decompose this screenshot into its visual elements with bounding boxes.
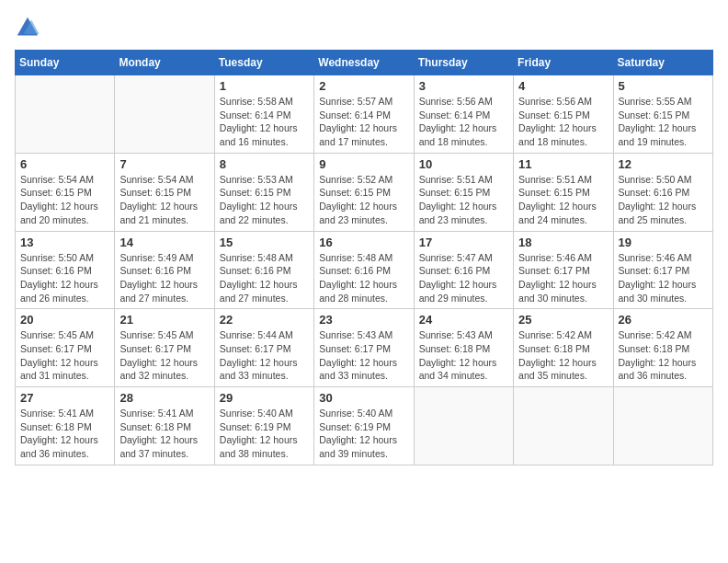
day-number: 4 <box>518 79 608 93</box>
calendar-cell: 6Sunrise: 5:54 AMSunset: 6:15 PMDaylight… <box>16 153 115 231</box>
logo <box>15 15 44 40</box>
day-info: Sunrise: 5:53 AMSunset: 6:15 PMDaylight:… <box>220 173 309 227</box>
calendar-cell: 11Sunrise: 5:51 AMSunset: 6:15 PMDayligh… <box>514 153 613 231</box>
calendar-cell: 12Sunrise: 5:50 AMSunset: 6:16 PMDayligh… <box>613 153 712 231</box>
day-number: 15 <box>220 236 309 249</box>
day-info: Sunrise: 5:42 AMSunset: 6:18 PMDaylight:… <box>518 328 608 383</box>
day-number: 5 <box>619 79 708 93</box>
day-info: Sunrise: 5:46 AMSunset: 6:17 PMDaylight:… <box>619 251 708 305</box>
calendar-cell: 8Sunrise: 5:53 AMSunset: 6:15 PMDaylight… <box>214 153 313 231</box>
calendar-cell <box>414 387 513 465</box>
calendar-cell <box>16 75 115 154</box>
day-info: Sunrise: 5:56 AMSunset: 6:15 PMDaylight:… <box>518 95 608 149</box>
calendar-header-row: SundayMondayTuesdayWednesdayThursdayFrid… <box>16 51 713 75</box>
calendar-cell: 13Sunrise: 5:50 AMSunset: 6:16 PMDayligh… <box>16 231 115 309</box>
calendar-cell: 14Sunrise: 5:49 AMSunset: 6:16 PMDayligh… <box>115 231 214 309</box>
day-number: 11 <box>518 157 608 171</box>
weekday-header-friday: Friday <box>514 51 613 75</box>
day-number: 16 <box>319 236 408 249</box>
calendar-cell <box>115 75 214 154</box>
weekday-header-tuesday: Tuesday <box>214 51 313 75</box>
calendar-cell: 10Sunrise: 5:51 AMSunset: 6:15 PMDayligh… <box>414 153 513 231</box>
day-number: 14 <box>119 236 209 249</box>
calendar-week-row: 1Sunrise: 5:58 AMSunset: 6:14 PMDaylight… <box>16 75 713 154</box>
weekday-header-monday: Monday <box>115 51 214 75</box>
day-number: 2 <box>319 79 408 93</box>
weekday-header-sunday: Sunday <box>16 51 115 75</box>
calendar-cell: 4Sunrise: 5:56 AMSunset: 6:15 PMDaylight… <box>514 75 613 154</box>
day-info: Sunrise: 5:50 AMSunset: 6:16 PMDaylight:… <box>619 173 708 227</box>
day-info: Sunrise: 5:45 AMSunset: 6:17 PMDaylight:… <box>20 328 109 383</box>
day-info: Sunrise: 5:54 AMSunset: 6:15 PMDaylight:… <box>20 173 109 227</box>
calendar-cell: 28Sunrise: 5:41 AMSunset: 6:18 PMDayligh… <box>115 387 214 465</box>
header <box>15 15 713 40</box>
day-info: Sunrise: 5:58 AMSunset: 6:14 PMDaylight:… <box>220 95 309 149</box>
day-number: 22 <box>220 313 309 327</box>
day-number: 3 <box>419 79 508 93</box>
day-info: Sunrise: 5:44 AMSunset: 6:17 PMDaylight:… <box>220 328 309 383</box>
day-number: 9 <box>319 157 408 171</box>
day-number: 8 <box>220 157 309 171</box>
day-number: 18 <box>518 236 608 249</box>
calendar-cell: 27Sunrise: 5:41 AMSunset: 6:18 PMDayligh… <box>16 387 115 465</box>
calendar-cell: 17Sunrise: 5:47 AMSunset: 6:16 PMDayligh… <box>414 231 513 309</box>
calendar-cell: 3Sunrise: 5:56 AMSunset: 6:14 PMDaylight… <box>414 75 513 154</box>
day-info: Sunrise: 5:41 AMSunset: 6:18 PMDaylight:… <box>20 407 109 461</box>
calendar-cell <box>613 387 712 465</box>
day-info: Sunrise: 5:52 AMSunset: 6:15 PMDaylight:… <box>319 173 408 227</box>
day-number: 23 <box>319 313 408 327</box>
calendar-cell: 16Sunrise: 5:48 AMSunset: 6:16 PMDayligh… <box>314 231 414 309</box>
day-info: Sunrise: 5:46 AMSunset: 6:17 PMDaylight:… <box>518 251 608 305</box>
day-number: 27 <box>20 391 109 405</box>
day-info: Sunrise: 5:49 AMSunset: 6:16 PMDaylight:… <box>119 251 209 305</box>
day-number: 26 <box>619 313 708 327</box>
calendar-cell: 7Sunrise: 5:54 AMSunset: 6:15 PMDaylight… <box>115 153 214 231</box>
day-info: Sunrise: 5:47 AMSunset: 6:16 PMDaylight:… <box>419 251 508 305</box>
calendar-cell: 24Sunrise: 5:43 AMSunset: 6:18 PMDayligh… <box>414 309 513 387</box>
day-number: 28 <box>119 391 209 405</box>
day-number: 21 <box>119 313 209 327</box>
calendar-cell: 26Sunrise: 5:42 AMSunset: 6:18 PMDayligh… <box>613 309 712 387</box>
day-number: 6 <box>20 157 109 171</box>
day-info: Sunrise: 5:41 AMSunset: 6:18 PMDaylight:… <box>119 407 209 461</box>
day-info: Sunrise: 5:51 AMSunset: 6:15 PMDaylight:… <box>419 173 508 227</box>
day-info: Sunrise: 5:51 AMSunset: 6:15 PMDaylight:… <box>518 173 608 227</box>
calendar-cell: 29Sunrise: 5:40 AMSunset: 6:19 PMDayligh… <box>214 387 313 465</box>
day-info: Sunrise: 5:56 AMSunset: 6:14 PMDaylight:… <box>419 95 508 149</box>
calendar-cell: 19Sunrise: 5:46 AMSunset: 6:17 PMDayligh… <box>613 231 712 309</box>
day-info: Sunrise: 5:48 AMSunset: 6:16 PMDaylight:… <box>319 251 408 305</box>
day-number: 12 <box>619 157 708 171</box>
logo-icon <box>15 15 40 40</box>
calendar-cell: 18Sunrise: 5:46 AMSunset: 6:17 PMDayligh… <box>514 231 613 309</box>
calendar-cell: 23Sunrise: 5:43 AMSunset: 6:17 PMDayligh… <box>314 309 414 387</box>
calendar-week-row: 27Sunrise: 5:41 AMSunset: 6:18 PMDayligh… <box>16 387 713 465</box>
day-number: 30 <box>319 391 408 405</box>
calendar-cell: 15Sunrise: 5:48 AMSunset: 6:16 PMDayligh… <box>214 231 313 309</box>
day-info: Sunrise: 5:45 AMSunset: 6:17 PMDaylight:… <box>119 328 209 383</box>
calendar-cell <box>514 387 613 465</box>
calendar-cell: 1Sunrise: 5:58 AMSunset: 6:14 PMDaylight… <box>214 75 313 154</box>
calendar-cell: 9Sunrise: 5:52 AMSunset: 6:15 PMDaylight… <box>314 153 414 231</box>
weekday-header-saturday: Saturday <box>613 51 712 75</box>
calendar-cell: 2Sunrise: 5:57 AMSunset: 6:14 PMDaylight… <box>314 75 414 154</box>
day-info: Sunrise: 5:57 AMSunset: 6:14 PMDaylight:… <box>319 95 408 149</box>
calendar-week-row: 13Sunrise: 5:50 AMSunset: 6:16 PMDayligh… <box>16 231 713 309</box>
day-info: Sunrise: 5:55 AMSunset: 6:15 PMDaylight:… <box>619 95 708 149</box>
calendar-week-row: 6Sunrise: 5:54 AMSunset: 6:15 PMDaylight… <box>16 153 713 231</box>
day-number: 1 <box>220 79 309 93</box>
day-info: Sunrise: 5:42 AMSunset: 6:18 PMDaylight:… <box>619 328 708 383</box>
day-info: Sunrise: 5:54 AMSunset: 6:15 PMDaylight:… <box>119 173 209 227</box>
day-info: Sunrise: 5:40 AMSunset: 6:19 PMDaylight:… <box>319 407 408 461</box>
weekday-header-wednesday: Wednesday <box>314 51 414 75</box>
day-number: 10 <box>419 157 508 171</box>
day-number: 29 <box>220 391 309 405</box>
day-number: 19 <box>619 236 708 249</box>
calendar-cell: 30Sunrise: 5:40 AMSunset: 6:19 PMDayligh… <box>314 387 414 465</box>
day-info: Sunrise: 5:43 AMSunset: 6:17 PMDaylight:… <box>319 328 408 383</box>
day-number: 13 <box>20 236 109 249</box>
day-number: 20 <box>20 313 109 327</box>
day-info: Sunrise: 5:50 AMSunset: 6:16 PMDaylight:… <box>20 251 109 305</box>
day-number: 24 <box>419 313 508 327</box>
calendar-cell: 22Sunrise: 5:44 AMSunset: 6:17 PMDayligh… <box>214 309 313 387</box>
calendar-cell: 21Sunrise: 5:45 AMSunset: 6:17 PMDayligh… <box>115 309 214 387</box>
